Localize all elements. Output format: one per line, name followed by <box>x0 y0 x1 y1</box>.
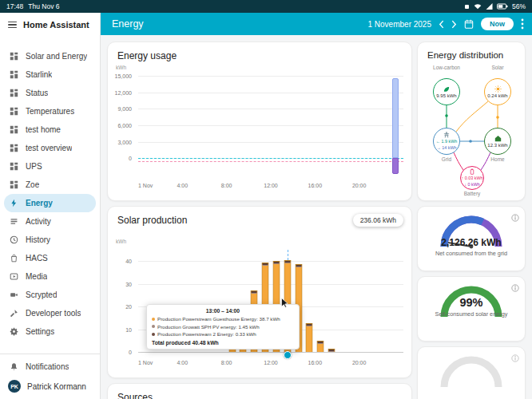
info-icon[interactable] <box>511 281 519 295</box>
info-icon[interactable] <box>511 351 519 365</box>
tooltip-row: Production Powerstream Guesthouse Energy… <box>152 315 294 323</box>
gridline <box>138 352 403 353</box>
gauge-label: Net consumed from the grid <box>431 250 512 257</box>
dashboard-icon <box>10 162 18 171</box>
chevron-right-icon[interactable] <box>451 20 457 29</box>
info-icon[interactable] <box>511 211 519 225</box>
series-dot <box>152 318 155 321</box>
usage-bar[interactable] <box>392 78 399 159</box>
solar-production-chart[interactable]: kWh 403020100 13:00 – 14:00 Production P… <box>113 239 407 373</box>
settings-icon <box>10 327 18 336</box>
x-tick-label: 16:00 <box>308 183 323 188</box>
sidebar-item-temperatures[interactable]: Temperatures <box>0 102 100 120</box>
y-tick-label: 15,000 <box>115 73 132 79</box>
x-tick-label: 20:00 <box>352 360 367 365</box>
sidebar-item-zoe[interactable]: Zoe <box>0 176 100 194</box>
threshold-line <box>138 161 403 162</box>
sidebar-item-notifications[interactable]: Notifications <box>0 358 100 376</box>
energy-usage-chart[interactable]: kWh 15,00012,0009,0006,0003,0000 1 Nov4:… <box>113 65 407 196</box>
sidebar-item-test-home[interactable]: test home <box>0 120 100 139</box>
chart-tooltip: 13:00 – 14:00 Production Powerstream Gue… <box>146 304 300 350</box>
overflow-menu-icon[interactable] <box>521 18 524 30</box>
sidebar-item-label: HACS <box>26 254 48 263</box>
sidebar-item-media[interactable]: Media <box>0 267 100 286</box>
sidebar-item-label: Developer tools <box>26 309 81 318</box>
sidebar-item-starlink[interactable]: Starlink <box>0 65 100 84</box>
date-range-picker[interactable]: 1 November 2025 <box>368 20 432 29</box>
sidebar-divider <box>0 354 100 354</box>
sidebar-item-ups[interactable]: UPS <box>0 157 100 176</box>
sidebar-item-hacs[interactable]: HACS <box>0 249 100 267</box>
sidebar-item-history[interactable]: History <box>0 231 100 249</box>
gridline <box>138 76 403 77</box>
home-node[interactable]: 12.3 kWh <box>484 128 511 155</box>
y-tick-label: 6,000 <box>117 123 132 128</box>
dashboard-icon <box>10 125 18 134</box>
dashboard-icon <box>10 52 18 61</box>
sidebar-item-label: Media <box>26 272 47 281</box>
now-button[interactable]: Now <box>481 18 514 30</box>
history-icon <box>10 235 18 244</box>
solar-node[interactable]: 0.24 kWh <box>484 78 511 105</box>
y-tick-label: 0 <box>129 350 132 355</box>
sidebar-item-activity[interactable]: Activity <box>0 212 100 231</box>
energy-usage-card: Energy usage kWh 15,00012,0009,0006,0003… <box>107 41 412 201</box>
sidebar-item-label: Settings <box>26 327 54 336</box>
sidebar-item-energy[interactable]: Energy <box>4 194 96 212</box>
solar-bar[interactable] <box>328 349 335 352</box>
solar-total-badge: 236.06 kWh <box>353 214 403 227</box>
gauge-card-net-consumed: 2,126.26 kWh Net consumed from the grid <box>417 206 526 271</box>
x-tick-label: 16:00 <box>308 360 323 365</box>
wifi-icon <box>474 3 482 10</box>
solar-production-card: Solar production 236.06 kWh kWh 40302010… <box>107 206 412 378</box>
app-title: Home Assistant <box>23 20 89 30</box>
tooltip-total: Total produced 40.48 kWh <box>152 340 294 346</box>
battery-label: Battery <box>464 191 481 196</box>
dashboard-icon <box>10 89 18 97</box>
battery-icon <box>497 3 508 10</box>
sidebar-item-test-overview[interactable]: test overview <box>0 139 100 157</box>
solar-bar[interactable] <box>317 341 324 352</box>
main-content: Energy usage kWh 15,00012,0009,0006,0003… <box>101 35 532 399</box>
sidebar-item-label: test home <box>26 125 61 134</box>
media-icon <box>10 272 18 281</box>
y-tick-label: 10 <box>125 326 132 332</box>
energy-distribution-card: Energy distribution Low-carbon Solar <box>417 41 526 201</box>
battery-storage-icon <box>470 168 474 175</box>
sidebar-item-solar-and-energy[interactable]: Solar and Energy <box>0 47 100 65</box>
battery-node[interactable]: ↑ 0.03 kWh ↓ 0 kWh <box>460 166 484 190</box>
leaf-icon <box>443 86 450 93</box>
gridline <box>138 284 403 285</box>
x-tick-label: 4:00 <box>177 183 189 188</box>
sidebar-item-settings[interactable]: Settings <box>0 322 100 341</box>
devtools-icon <box>10 309 18 318</box>
menu-icon[interactable] <box>8 22 17 29</box>
y-tick-label: 20 <box>125 304 132 310</box>
page-title: Energy <box>112 18 144 30</box>
gridline <box>138 261 403 262</box>
calendar-icon[interactable] <box>464 19 474 29</box>
sidebar-user[interactable]: PK Patrick Kormann <box>0 376 100 397</box>
solar-bar[interactable] <box>306 323 313 352</box>
sidebar-item-scrypted[interactable]: Scrypted <box>0 286 100 304</box>
low-carbon-node[interactable]: 9.95 kWh <box>433 78 460 105</box>
chevron-left-icon[interactable] <box>439 20 444 29</box>
usage-bar[interactable] <box>392 158 399 173</box>
gauge-card-partial <box>417 346 526 399</box>
sidebar-item-developer-tools[interactable]: Developer tools <box>0 304 100 322</box>
energy-distribution-title: Energy distribution <box>418 42 525 60</box>
y-axis-unit: kWh <box>116 65 126 70</box>
home-label: Home <box>490 156 504 162</box>
x-tick-label: 4:00 <box>177 360 189 365</box>
energy-icon <box>10 199 18 207</box>
energy-usage-title: Energy usage <box>108 42 411 61</box>
gauge-value: 2,126.26 kWh <box>441 237 501 248</box>
bell-icon <box>10 362 18 371</box>
sidebar-item-label: UPS <box>26 162 42 171</box>
dashboard-icon <box>10 70 18 79</box>
y-axis-unit: kWh <box>116 239 126 244</box>
activity-icon <box>10 217 18 226</box>
sidebar-item-status[interactable]: Status <box>0 84 100 102</box>
gridline <box>138 109 403 109</box>
grid-node[interactable]: ← 1.9 kWh → 14 kWh <box>433 128 460 155</box>
